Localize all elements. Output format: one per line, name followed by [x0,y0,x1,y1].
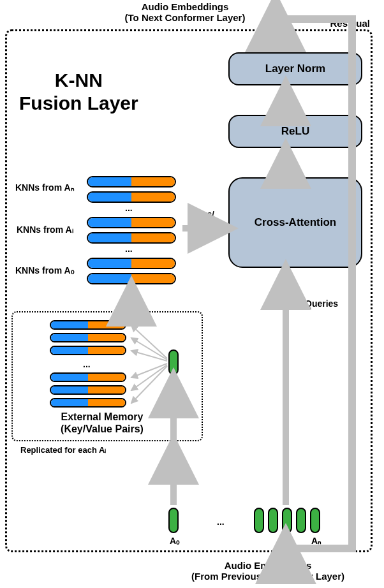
queries-label: Queries [305,298,338,309]
mem-title-l2: (Key/Value Pairs) [61,423,144,434]
kv-pill [50,320,126,330]
knn-label-n: KNNs from Aₙ [15,182,75,193]
input-label: Audio Embeddings (From Previous Conforme… [166,560,370,582]
audio-embedding-an [310,508,320,533]
kv-pill [50,385,126,395]
keys-values-label: Keys/ Values [190,209,216,228]
diagram-title: K-NN Fusion Layer [19,69,138,115]
kv-pill [87,258,176,269]
kv-pill [50,398,126,408]
kv-pill [50,333,126,342]
kv-l1: Keys/ [192,209,214,219]
audio-embedding-capsule [282,508,292,533]
audio-embedding-capsule [268,508,278,533]
knn-pills-n [87,176,176,203]
kv-pill [87,191,176,203]
ellipsis-icon: ... [125,244,133,254]
query-capsule-memory [168,349,179,375]
residual-label: Residual [330,18,370,29]
memory-pills-bottom [50,372,126,408]
ellipsis-icon: ... [125,203,133,213]
kv-pill [87,217,176,228]
audio-embedding-a0 [168,508,179,533]
replicated-label: Replicated for each Aᵢ [20,445,106,455]
ellipsis-icon: ... [83,359,91,369]
knn-pills-i [87,217,176,244]
crossattn-block: Cross-Attention [228,177,362,268]
output-label: Audio Embeddings (To Next Conformer Laye… [96,1,274,23]
kv-pill [87,176,176,187]
kv-pill [50,346,126,355]
knn-pills-0 [87,258,176,284]
memory-pills-top [50,320,126,355]
audio-embedding-capsule [254,508,264,533]
kv-l2: Values [190,219,216,228]
knn-label-0: KNNs from A₀ [15,265,75,276]
title-line2: Fusion Layer [19,92,138,114]
layernorm-block: Layer Norm [228,52,362,85]
mem-title-l1: External Memory [61,411,144,422]
ellipsis-icon: ... [217,517,225,527]
kv-pill [87,232,176,244]
knn-label-i: KNNs from Aᵢ [17,224,74,235]
kv-pill [50,372,126,382]
kv-pill [87,273,176,284]
input-label-l1: Audio Embeddings [225,560,312,571]
input-label-l2: (From Previous Conformer Layer) [191,571,344,582]
external-memory-title: External Memory (Key/Value Pairs) [19,411,185,435]
output-label-l1: Audio Embeddings [142,1,229,12]
relu-block: ReLU [228,115,362,148]
an-label: Aₙ [311,536,321,546]
title-line1: K-NN [55,70,103,91]
output-label-l2: (To Next Conformer Layer) [125,12,246,23]
a0-label: A₀ [170,536,180,546]
audio-embedding-capsule [296,508,306,533]
